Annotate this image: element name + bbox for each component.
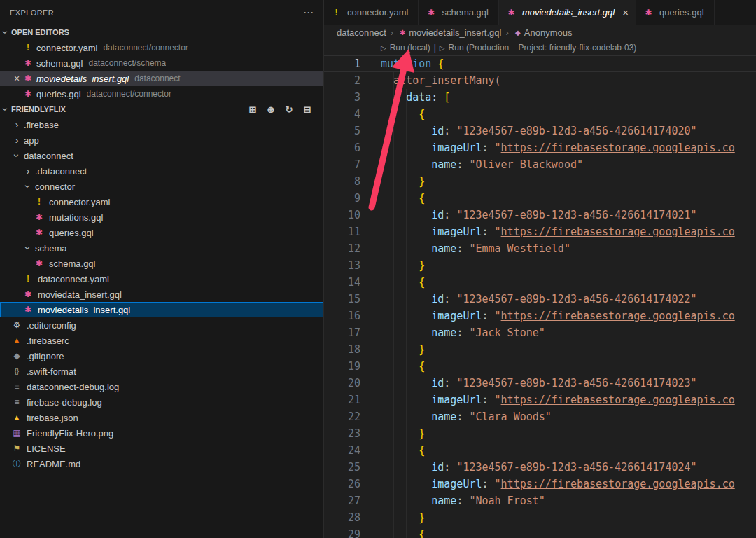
code-line-29[interactable]: 29 { bbox=[324, 526, 756, 538]
open-editor-item-schema.gql[interactable]: ✱schema.gqldataconnect/schema bbox=[0, 55, 323, 71]
tree-item-LICENSE[interactable]: ⚑LICENSE bbox=[0, 441, 323, 456]
code-line-12[interactable]: 12 name: "Emma Westfield" bbox=[324, 240, 756, 257]
chevron-right-icon: › bbox=[22, 165, 34, 177]
code-line-5[interactable]: 5 id: "123e4567-e89b-12d3-a456-426614174… bbox=[324, 123, 756, 139]
open-editor-item-moviedetails_insert.gql[interactable]: ×✱moviedetails_insert.gqldataconnect bbox=[0, 71, 323, 86]
new-file-icon[interactable]: ⊞ bbox=[248, 104, 258, 115]
code-line-2[interactable]: 2 actor_insertMany( bbox=[324, 72, 756, 89]
tree-item-schema.gql[interactable]: ✱schema.gql bbox=[0, 256, 323, 271]
open-editors-header[interactable]: › OPEN EDITORS bbox=[0, 25, 323, 40]
code-line-16[interactable]: 16 imageUrl: "https://firebasestorage.go… bbox=[324, 308, 756, 324]
line-number: 1 bbox=[324, 55, 360, 72]
log-icon: ≡ bbox=[11, 382, 22, 392]
new-folder-icon[interactable]: ⊕ bbox=[266, 104, 276, 115]
tree-item-dataconnect[interactable]: ›dataconnect bbox=[0, 148, 323, 163]
code-line-28[interactable]: 28 } bbox=[324, 509, 756, 526]
tree-item-connector[interactable]: ›connector bbox=[0, 179, 323, 194]
code-text: } bbox=[360, 509, 425, 526]
code-line-21[interactable]: 21 imageUrl: "https://firebasestorage.go… bbox=[324, 392, 756, 408]
tree-item-.swift-format[interactable]: {}.swift-format bbox=[0, 364, 323, 379]
code-line-9[interactable]: 9 { bbox=[324, 190, 756, 207]
codelens: ▷ Run (local) | ▷ Run (Production – Proj… bbox=[324, 40, 756, 55]
tree-item-.firebaserc[interactable]: ▲.firebaserc bbox=[0, 333, 323, 348]
close-icon[interactable]: × bbox=[11, 73, 22, 84]
tree-item-.gitignore[interactable]: ◆.gitignore bbox=[0, 348, 323, 364]
codelens-run-local[interactable]: Run (local) bbox=[390, 43, 430, 53]
code-text: actor_insertMany( bbox=[360, 72, 501, 89]
code-line-19[interactable]: 19 { bbox=[324, 358, 756, 375]
tree-item-label: connector.yaml bbox=[49, 197, 110, 207]
code-line-11[interactable]: 11 imageUrl: "https://firebasestorage.go… bbox=[324, 223, 756, 240]
tree-item-README.md[interactable]: ⓘREADME.md bbox=[0, 456, 323, 471]
open-editor-label: connector.yaml bbox=[36, 43, 97, 53]
tree-item-app[interactable]: ›app bbox=[0, 132, 323, 148]
line-number: 14 bbox=[324, 274, 360, 291]
tree-item-label: dataconnect.yaml bbox=[38, 274, 109, 284]
breadcrumb-moviedetails_insert.gql[interactable]: ✱moviedetails_insert.gql bbox=[398, 27, 501, 38]
tree-item-connector.yaml[interactable]: !connector.yaml bbox=[0, 194, 323, 209]
code-line-3[interactable]: 3 data: [ bbox=[324, 89, 756, 106]
code-text: name: "Emma Westfield" bbox=[360, 240, 570, 257]
code-line-25[interactable]: 25 id: "123e4567-e89b-12d3-a456-42661417… bbox=[324, 459, 756, 476]
code-line-13[interactable]: 13 } bbox=[324, 257, 756, 274]
close-icon[interactable]: × bbox=[622, 6, 629, 18]
code-text: name: "Clara Woods" bbox=[360, 408, 552, 425]
code-line-18[interactable]: 18 } bbox=[324, 341, 756, 358]
more-actions-icon[interactable]: ⋯ bbox=[303, 6, 314, 19]
tree-item-firebase-debug.log[interactable]: ≡firebase-debug.log bbox=[0, 394, 323, 410]
tab-queries.gql[interactable]: ✱queries.gql bbox=[636, 0, 715, 25]
tree-item-queries.gql[interactable]: ✱queries.gql bbox=[0, 225, 323, 240]
tree-item-dataconnect.yaml[interactable]: !dataconnect.yaml bbox=[0, 271, 323, 287]
code-line-15[interactable]: 15 id: "123e4567-e89b-12d3-a456-42661417… bbox=[324, 291, 756, 308]
log-icon: ≡ bbox=[11, 397, 22, 407]
codelens-run-production[interactable]: Run (Production – Project: friendly-flix… bbox=[449, 43, 637, 53]
code-line-1[interactable]: 1mutation { bbox=[324, 55, 756, 72]
code-area: ▷ Run (local) | ▷ Run (Production – Proj… bbox=[324, 40, 756, 538]
gql-icon: ✱ bbox=[22, 89, 34, 99]
code-line-6[interactable]: 6 imageUrl: "https://firebasestorage.goo… bbox=[324, 139, 756, 156]
code-line-26[interactable]: 26 imageUrl: "https://firebasestorage.go… bbox=[324, 476, 756, 492]
tree-item-schema[interactable]: ›schema bbox=[0, 240, 323, 256]
code-line-27[interactable]: 27 name: "Noah Frost" bbox=[324, 492, 756, 509]
code-text: { bbox=[360, 442, 425, 459]
tree-item-moviedata_insert.gql[interactable]: ✱moviedata_insert.gql bbox=[0, 287, 323, 302]
code-line-17[interactable]: 17 name: "Jack Stone" bbox=[324, 324, 756, 341]
tab-schema.gql[interactable]: ✱schema.gql bbox=[419, 0, 498, 25]
line-number: 24 bbox=[324, 442, 360, 459]
warning-icon: ! bbox=[22, 43, 34, 53]
breadcrumb-dataconnect[interactable]: dataconnect bbox=[337, 27, 386, 38]
info-icon: ⓘ bbox=[11, 458, 22, 470]
code-line-8[interactable]: 8 } bbox=[324, 173, 756, 190]
editor-area: !connector.yaml✱schema.gql✱moviedetails_… bbox=[324, 0, 756, 538]
tab-moviedetails_insert.gql[interactable]: ✱moviedetails_insert.gql× bbox=[499, 0, 636, 25]
line-number: 2 bbox=[324, 72, 360, 89]
open-editor-item-queries.gql[interactable]: ✱queries.gqldataconnect/connector bbox=[0, 86, 323, 102]
tab-connector.yaml[interactable]: !connector.yaml bbox=[324, 0, 419, 25]
code-line-4[interactable]: 4 { bbox=[324, 106, 756, 123]
tree-item-mutations.gql[interactable]: ✱mutations.gql bbox=[0, 209, 323, 225]
code-line-23[interactable]: 23 } bbox=[324, 425, 756, 442]
line-number: 22 bbox=[324, 408, 360, 425]
tree-item-firebase.json[interactable]: ▲firebase.json bbox=[0, 410, 323, 425]
open-editor-path: dataconnect/connector bbox=[103, 43, 188, 53]
code-line-22[interactable]: 22 name: "Clara Woods" bbox=[324, 408, 756, 425]
open-editor-item-connector.yaml[interactable]: !connector.yamldataconnect/connector bbox=[0, 40, 323, 55]
tree-item-FriendlyFlix-Hero.png[interactable]: ▦FriendlyFlix-Hero.png bbox=[0, 425, 323, 441]
tree-item-moviedetails_insert.gql[interactable]: ✱moviedetails_insert.gql bbox=[0, 302, 323, 317]
gql-icon: ✱ bbox=[22, 289, 34, 299]
code-text: imageUrl: "https://firebasestorage.googl… bbox=[360, 308, 735, 324]
code-line-14[interactable]: 14 { bbox=[324, 274, 756, 291]
tree-item-dataconnect-debug.log[interactable]: ≡dataconnect-debug.log bbox=[0, 379, 323, 394]
tree-item-.firebase[interactable]: ›.firebase bbox=[0, 117, 323, 132]
breadcrumb-Anonymous[interactable]: ◆Anonymous bbox=[513, 27, 573, 38]
refresh-icon[interactable]: ↻ bbox=[284, 104, 294, 115]
collapse-all-icon[interactable]: ⊟ bbox=[302, 104, 312, 115]
workspace-header[interactable]: › FRIENDLYFLIX ⊞⊕↻⊟ bbox=[0, 102, 323, 117]
code-line-10[interactable]: 10 id: "123e4567-e89b-12d3-a456-42661417… bbox=[324, 207, 756, 223]
tree-item-.editorconfig[interactable]: ⚙.editorconfig bbox=[0, 317, 323, 333]
code-line-24[interactable]: 24 { bbox=[324, 442, 756, 459]
tree-item-label: moviedata_insert.gql bbox=[38, 289, 122, 300]
code-line-7[interactable]: 7 name: "Oliver Blackwood" bbox=[324, 156, 756, 173]
tree-item-.dataconnect[interactable]: ›.dataconnect bbox=[0, 163, 323, 179]
code-line-20[interactable]: 20 id: "123e4567-e89b-12d3-a456-42661417… bbox=[324, 375, 756, 392]
